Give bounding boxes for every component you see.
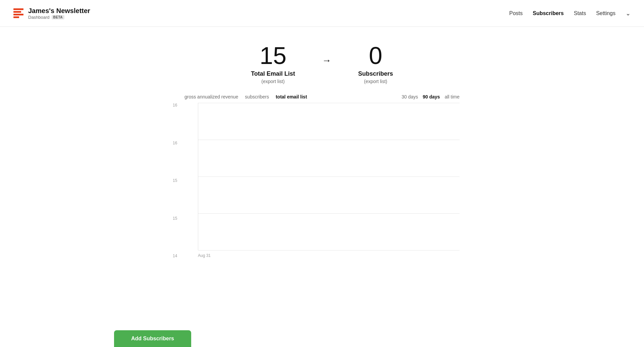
subscribers-stat: 0 Subscribers (export list): [358, 44, 393, 84]
subscribers-export[interactable]: (export list): [364, 79, 387, 84]
subscribers-count: 0: [369, 44, 382, 68]
y-axis-labels: 16 16 15 15 14: [173, 103, 177, 258]
header-left: James's Newsletter Dashboard BETA: [13, 7, 90, 20]
total-email-count: 15: [260, 44, 286, 68]
nav-more-chevron-icon[interactable]: ⌄: [626, 10, 631, 17]
nav-stats[interactable]: Stats: [574, 10, 586, 16]
y-label-15-top: 15: [173, 178, 177, 183]
newsletter-logo-icon: [13, 8, 23, 18]
time-filter-group: 30 days 90 days all time: [401, 94, 460, 99]
chart-tab-group: gross annualized revenue subscribers tot…: [184, 94, 307, 99]
y-label-15-bot: 15: [173, 216, 177, 221]
grid-line-2: [198, 140, 460, 140]
x-axis: Aug 31: [198, 252, 460, 258]
x-label-aug31: Aug 31: [198, 253, 211, 258]
total-email-list-stat: 15 Total Email List (export list): [251, 44, 295, 84]
grid-line-4: [198, 213, 460, 214]
logo-bar-4: [13, 16, 19, 18]
logo-bar-1: [13, 8, 23, 10]
logo-bar-3: [13, 14, 23, 15]
main-content: 15 Total Email List (export list) → 0 Su…: [171, 27, 473, 258]
grid-line-3: [198, 177, 460, 177]
grid-line-5: [198, 250, 460, 251]
total-email-label: Total Email List: [251, 70, 295, 77]
grid-line-1: [198, 103, 460, 103]
stats-row: 15 Total Email List (export list) → 0 Su…: [184, 27, 460, 94]
total-email-export[interactable]: (export list): [261, 79, 284, 84]
nav-posts[interactable]: Posts: [509, 10, 523, 16]
chart-area: [198, 103, 460, 250]
logo-bar-2: [13, 11, 21, 13]
time-filter-90[interactable]: 90 days: [423, 94, 440, 99]
dashboard-subtitle: Dashboard BETA: [28, 15, 90, 20]
chart-tab-subscribers[interactable]: subscribers: [245, 94, 269, 99]
chart-tab-total-email[interactable]: total email list: [276, 94, 307, 99]
main-nav: Posts Subscribers Stats Settings ⌄: [509, 10, 631, 17]
beta-badge: BETA: [52, 15, 64, 19]
nav-settings[interactable]: Settings: [596, 10, 615, 16]
subscribers-label: Subscribers: [358, 70, 393, 77]
chart-wrapper: 16 16 15 15 14 Aug 31: [184, 103, 460, 258]
site-name: James's Newsletter: [28, 7, 90, 15]
time-filter-30[interactable]: 30 days: [401, 94, 418, 99]
chart-tab-revenue[interactable]: gross annualized revenue: [184, 94, 238, 99]
y-label-14: 14: [173, 254, 177, 258]
nav-subscribers[interactable]: Subscribers: [533, 10, 564, 16]
y-label-16-top: 16: [173, 103, 177, 108]
arrow-connector-icon: →: [322, 55, 331, 66]
time-filter-all[interactable]: all time: [445, 94, 460, 99]
subtitle-text: Dashboard: [28, 15, 50, 20]
header-title-group: James's Newsletter Dashboard BETA: [28, 7, 90, 20]
chart-controls: gross annualized revenue subscribers tot…: [184, 94, 460, 99]
y-label-16-mid: 16: [173, 141, 177, 145]
header: James's Newsletter Dashboard BETA Posts …: [0, 0, 644, 27]
